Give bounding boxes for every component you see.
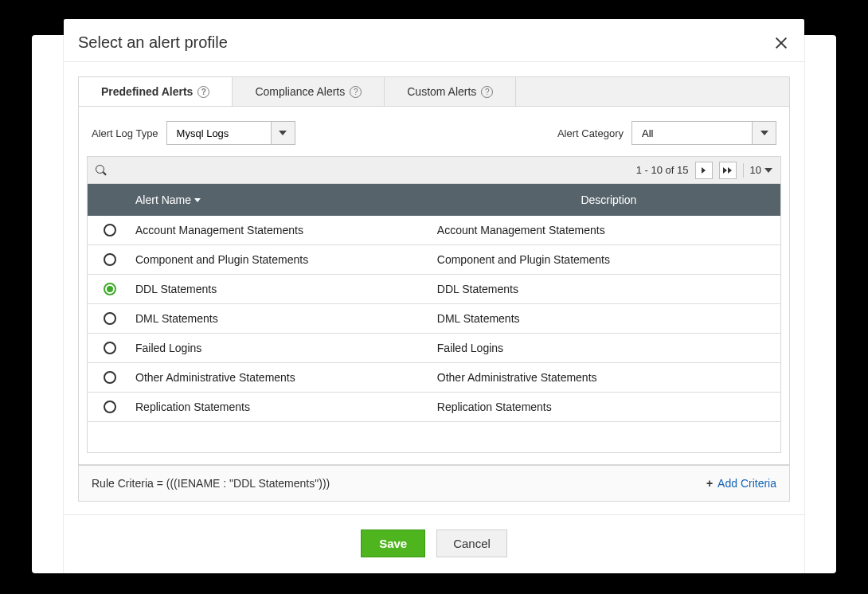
chevron-down-icon (764, 168, 772, 173)
table-row[interactable]: Failed LoginsFailed Logins (88, 334, 780, 363)
page-size-select[interactable]: 10 (750, 164, 772, 176)
radio-button[interactable] (104, 371, 116, 384)
cell-description: Replication Statements (437, 401, 780, 413)
cell-alert-name: Replication Statements (132, 401, 437, 413)
alert-profile-modal: Select an alert profile Predefined Alert… (64, 19, 804, 573)
tab-label: Custom Alerts (407, 85, 476, 98)
radio-button[interactable] (104, 312, 116, 325)
column-description[interactable]: Description (437, 193, 780, 206)
add-criteria-label: Add Criteria (717, 477, 776, 490)
column-alert-name[interactable]: Alert Name (132, 193, 437, 206)
log-type-label: Alert Log Type (92, 127, 158, 139)
add-criteria-link[interactable]: + Add Criteria (706, 477, 776, 490)
save-button[interactable]: Save (361, 530, 425, 557)
tab-label: Predefined Alerts (101, 85, 193, 98)
radio-button[interactable] (104, 283, 116, 295)
next-page-button[interactable] (695, 162, 713, 179)
rule-criteria-bar: Rule Criteria = (((IENAME : "DDL Stateme… (78, 465, 790, 502)
tab-label: Compliance Alerts (255, 85, 345, 98)
table-row[interactable]: Component and Plugin StatementsComponent… (88, 245, 780, 275)
cancel-button[interactable]: Cancel (436, 530, 507, 557)
table-row[interactable]: Account Management StatementsAccount Man… (88, 216, 780, 245)
close-icon[interactable] (772, 34, 790, 52)
grid-body[interactable]: Account Management StatementsAccount Man… (88, 216, 780, 452)
category-label: Alert Category (557, 127, 624, 139)
grid-toolbar: 1 - 10 of 15 10 (88, 157, 780, 184)
cell-description: DML Statements (437, 312, 780, 325)
category-value: All (632, 122, 752, 144)
rule-criteria-text: Rule Criteria = (((IENAME : "DDL Stateme… (92, 477, 330, 490)
modal-footer: Save Cancel (64, 515, 804, 573)
modal-header: Select an alert profile (64, 19, 804, 61)
table-row[interactable]: Replication StatementsReplication Statem… (88, 393, 780, 422)
alert-grid: 1 - 10 of 15 10 Alert Name (87, 156, 781, 453)
cell-description: Account Management Statements (437, 224, 780, 236)
chevron-down-icon[interactable] (752, 122, 776, 144)
help-icon[interactable]: ? (197, 86, 209, 98)
divider (64, 61, 804, 62)
cell-alert-name: Other Administrative Statements (132, 371, 437, 384)
panel: Alert Log Type Mysql Logs Alert Category… (78, 107, 790, 465)
tab-custom-alerts[interactable]: Custom Alerts ? (385, 77, 516, 106)
radio-button[interactable] (104, 253, 116, 266)
tab-bar: Predefined Alerts ? Compliance Alerts ? … (78, 76, 790, 107)
table-row[interactable]: DML StatementsDML Statements (88, 304, 780, 334)
pager-text: 1 - 10 of 15 (636, 164, 689, 176)
log-type-select[interactable]: Mysql Logs (166, 121, 295, 145)
radio-button[interactable] (104, 342, 116, 354)
search-icon[interactable] (96, 165, 107, 176)
cell-alert-name: Failed Logins (132, 342, 437, 354)
filter-bar: Alert Log Type Mysql Logs Alert Category… (87, 121, 781, 156)
help-icon[interactable]: ? (481, 86, 493, 98)
radio-button[interactable] (104, 401, 116, 413)
last-page-button[interactable] (719, 162, 737, 179)
modal-title: Select an alert profile (78, 33, 228, 52)
sort-desc-icon (194, 198, 201, 202)
divider (743, 163, 744, 178)
category-select[interactable]: All (631, 121, 776, 145)
cell-description: Failed Logins (437, 342, 780, 354)
cell-description: Component and Plugin Statements (437, 253, 780, 266)
plus-icon: + (706, 477, 713, 490)
grid-header: Alert Name Description (88, 184, 780, 216)
table-row[interactable]: Other Administrative StatementsOther Adm… (88, 363, 780, 393)
cell-alert-name: Account Management Statements (132, 224, 437, 236)
radio-button[interactable] (104, 224, 116, 236)
tab-compliance-alerts[interactable]: Compliance Alerts ? (233, 77, 385, 106)
chevron-down-icon[interactable] (271, 122, 295, 144)
log-type-value: Mysql Logs (167, 122, 271, 144)
cell-description: DDL Statements (437, 283, 780, 295)
table-row[interactable]: DDL StatementsDDL Statements (88, 275, 780, 304)
help-icon[interactable]: ? (350, 86, 362, 98)
cell-alert-name: DDL Statements (132, 283, 437, 295)
cell-description: Other Administrative Statements (437, 371, 780, 384)
tab-predefined-alerts[interactable]: Predefined Alerts ? (79, 77, 233, 106)
page-size-value: 10 (750, 164, 761, 176)
cell-alert-name: Component and Plugin Statements (132, 253, 437, 266)
cell-alert-name: DML Statements (132, 312, 437, 325)
